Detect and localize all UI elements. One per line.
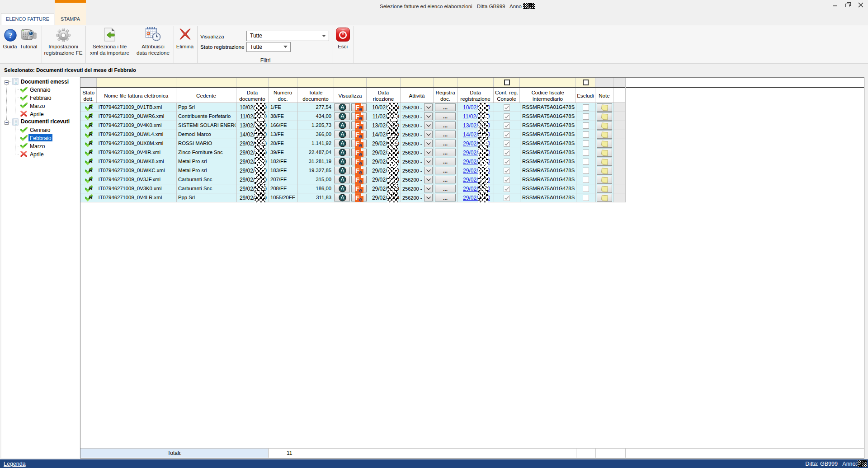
svg-text:R: R [89,140,93,146]
svg-text:e: e [359,133,362,139]
svg-text:e: e [359,169,362,175]
svg-text:R: R [89,186,93,191]
svg-text:?: ? [9,31,13,40]
svg-text:e: e [359,187,362,193]
svg-text:R: R [89,113,93,119]
svg-text:R: R [89,159,93,164]
svg-text:e: e [359,106,362,112]
svg-text:R: R [89,131,93,137]
svg-text:R: R [89,150,93,155]
svg-text:R: R [89,195,93,200]
svg-text:R: R [89,122,93,128]
svg-text:e: e [359,160,362,166]
svg-text:R: R [89,104,93,110]
svg-text:e: e [359,197,362,202]
svg-text:e: e [359,178,362,184]
svg-text:e: e [359,124,362,130]
svg-text:e: e [359,142,362,148]
svg-text:R: R [89,168,93,173]
svg-text:e: e [359,151,362,157]
svg-text:R: R [89,177,93,182]
svg-text:e: e [359,115,362,121]
